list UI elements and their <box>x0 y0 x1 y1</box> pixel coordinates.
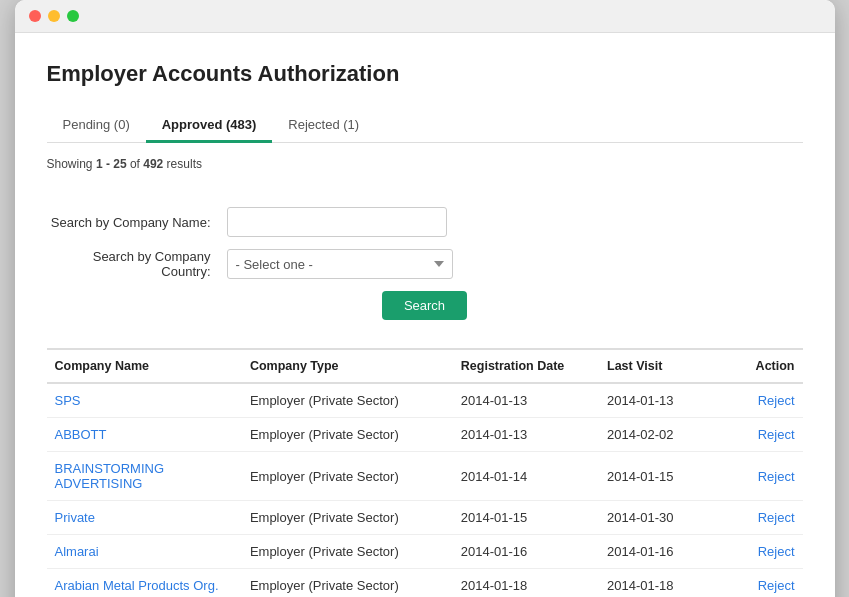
minimize-button[interactable] <box>48 10 60 22</box>
col-header-action: Action <box>724 349 802 383</box>
col-header-registration-date: Registration Date <box>453 349 599 383</box>
table-row: SPS Employer (Private Sector) 2014-01-13… <box>47 383 803 418</box>
tab-bar: Pending (0) Approved (483) Rejected (1) <box>47 109 803 143</box>
search-section: Search by Company Name: Search by Compan… <box>47 189 803 330</box>
company-type-cell: Employer (Private Sector) <box>242 501 453 535</box>
results-table: Company Name Company Type Registration D… <box>47 348 803 597</box>
registration-date-cell: 2014-01-18 <box>453 569 599 598</box>
close-button[interactable] <box>29 10 41 22</box>
last-visit-cell: 2014-02-02 <box>599 418 724 452</box>
company-name-cell: Private <box>47 501 242 535</box>
reject-link[interactable]: Reject <box>758 469 795 484</box>
company-name-row: Search by Company Name: <box>47 207 803 237</box>
company-type-cell: Employer (Private Sector) <box>242 452 453 501</box>
company-country-select[interactable]: - Select one - <box>227 249 453 279</box>
last-visit-cell: 2014-01-15 <box>599 452 724 501</box>
maximize-button[interactable] <box>67 10 79 22</box>
reject-link[interactable]: Reject <box>758 544 795 559</box>
company-type-cell: Employer (Private Sector) <box>242 418 453 452</box>
table-row: ABBOTT Employer (Private Sector) 2014-01… <box>47 418 803 452</box>
company-country-row: Search by Company Country: - Select one … <box>47 249 803 279</box>
company-name-link[interactable]: Arabian Metal Products Org. <box>55 578 219 593</box>
action-cell: Reject <box>724 569 802 598</box>
col-header-company-name: Company Name <box>47 349 242 383</box>
company-name-cell: Arabian Metal Products Org. <box>47 569 242 598</box>
tab-pending[interactable]: Pending (0) <box>47 109 146 143</box>
company-name-link[interactable]: Private <box>55 510 95 525</box>
action-cell: Reject <box>724 452 802 501</box>
registration-date-cell: 2014-01-14 <box>453 452 599 501</box>
action-cell: Reject <box>724 418 802 452</box>
search-button-row: Search <box>47 291 803 320</box>
table-header-row: Company Name Company Type Registration D… <box>47 349 803 383</box>
company-name-label: Search by Company Name: <box>47 215 227 230</box>
action-cell: Reject <box>724 383 802 418</box>
company-name-input[interactable] <box>227 207 447 237</box>
table-row: Arabian Metal Products Org. Employer (Pr… <box>47 569 803 598</box>
col-header-company-type: Company Type <box>242 349 453 383</box>
table-body: SPS Employer (Private Sector) 2014-01-13… <box>47 383 803 597</box>
company-name-cell: SPS <box>47 383 242 418</box>
reject-link[interactable]: Reject <box>758 578 795 593</box>
company-name-cell: ABBOTT <box>47 418 242 452</box>
last-visit-cell: 2014-01-16 <box>599 535 724 569</box>
action-cell: Reject <box>724 535 802 569</box>
company-type-cell: Employer (Private Sector) <box>242 535 453 569</box>
company-name-link[interactable]: BRAINSTORMING ADVERTISING <box>55 461 165 491</box>
main-window: Employer Accounts Authorization Pending … <box>15 0 835 597</box>
action-cell: Reject <box>724 501 802 535</box>
company-name-cell: Almarai <box>47 535 242 569</box>
last-visit-cell: 2014-01-30 <box>599 501 724 535</box>
company-name-link[interactable]: Almarai <box>55 544 99 559</box>
table-row: Private Employer (Private Sector) 2014-0… <box>47 501 803 535</box>
results-info: Showing 1 - 25 of 492 results <box>47 157 803 171</box>
company-country-label: Search by Company Country: <box>47 249 227 279</box>
table-row: Almarai Employer (Private Sector) 2014-0… <box>47 535 803 569</box>
company-type-cell: Employer (Private Sector) <box>242 569 453 598</box>
reject-link[interactable]: Reject <box>758 393 795 408</box>
page-title: Employer Accounts Authorization <box>47 61 803 87</box>
company-name-link[interactable]: SPS <box>55 393 81 408</box>
reject-link[interactable]: Reject <box>758 427 795 442</box>
registration-date-cell: 2014-01-13 <box>453 383 599 418</box>
registration-date-cell: 2014-01-13 <box>453 418 599 452</box>
company-type-cell: Employer (Private Sector) <box>242 383 453 418</box>
tab-approved[interactable]: Approved (483) <box>146 109 273 143</box>
registration-date-cell: 2014-01-15 <box>453 501 599 535</box>
registration-date-cell: 2014-01-16 <box>453 535 599 569</box>
titlebar <box>15 0 835 33</box>
search-button[interactable]: Search <box>382 291 467 320</box>
last-visit-cell: 2014-01-18 <box>599 569 724 598</box>
reject-link[interactable]: Reject <box>758 510 795 525</box>
last-visit-cell: 2014-01-13 <box>599 383 724 418</box>
page-content: Employer Accounts Authorization Pending … <box>15 33 835 597</box>
tab-rejected[interactable]: Rejected (1) <box>272 109 375 143</box>
col-header-last-visit: Last Visit <box>599 349 724 383</box>
table-row: BRAINSTORMING ADVERTISING Employer (Priv… <box>47 452 803 501</box>
company-name-link[interactable]: ABBOTT <box>55 427 107 442</box>
company-name-cell: BRAINSTORMING ADVERTISING <box>47 452 242 501</box>
